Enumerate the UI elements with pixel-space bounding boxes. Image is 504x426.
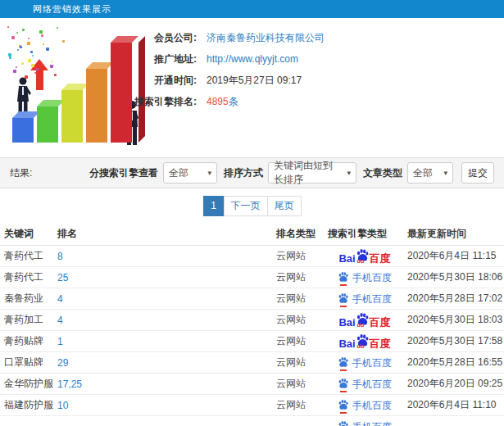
- engine-type-cell: Baidu百度: [328, 312, 402, 328]
- updated-time-cell: 2020年6月4日 11:15: [402, 249, 504, 263]
- mobile-baidu-paw-icon: [338, 399, 349, 412]
- baidu-logo-icon: Baidu百度: [338, 333, 390, 349]
- info-row-url: 推广地址: http://www.qlyyjt.com: [97, 52, 325, 66]
- rank-cell[interactable]: 10: [57, 400, 276, 411]
- header-updated: 最新更新时间: [402, 227, 504, 241]
- mobile-baidu-paw-icon: [338, 378, 349, 391]
- sort-filter-label: 排序方式: [224, 166, 263, 180]
- keyword-cell: 膏药贴牌: [0, 334, 57, 348]
- page-title: 网络营销效果展示: [33, 4, 111, 14]
- mobile-baidu-paw-icon: [338, 271, 349, 284]
- chart-bar: [61, 90, 89, 143]
- filter-controls: 分搜索引擎查看 全部 ▾ 排序方式 关键词由短到长排序 ▾ 文章类型 全部 ▾ …: [83, 162, 494, 184]
- confetti-dot: [8, 53, 11, 57]
- rank-count-suffix: 条: [229, 96, 238, 107]
- confetti-dot: [62, 40, 65, 43]
- table-row: 金华防护服17,25云网站手机百度2020年6月20日 09:25: [0, 374, 504, 395]
- rank-cell[interactable]: 4: [57, 315, 276, 326]
- confetti-dot: [34, 72, 36, 74]
- promo-url-label: 推广地址:: [97, 52, 197, 66]
- keyword-cell: 膏药代工: [0, 270, 57, 284]
- page-button-current[interactable]: 1: [203, 196, 225, 216]
- confetti-dot: [16, 66, 17, 68]
- account-summary-section: 会员公司: 济南秦鲁药业科技有限公司 推广地址: http://www.qlyy…: [0, 18, 504, 157]
- info-row-company: 会员公司: 济南秦鲁药业科技有限公司: [97, 31, 325, 44]
- keyword-cell: 膏药加工: [0, 313, 57, 327]
- header-rank-type: 排名类型: [276, 227, 328, 241]
- rank-type-cell: 云网站: [276, 377, 328, 391]
- confetti-dot: [11, 36, 15, 39]
- header-engine-type: 搜索引擎类型: [328, 227, 402, 241]
- confetti-dot: [17, 49, 19, 51]
- rank-count-value: 4895条: [207, 95, 238, 109]
- type-filter-value: 全部: [413, 166, 433, 180]
- table-row: 口罩贴牌29云网站手机百度2020年5月28日 16:55: [0, 352, 504, 374]
- rank-cell[interactable]: 4: [57, 293, 276, 305]
- engine-type-cell: 手机百度: [328, 399, 402, 412]
- rank-cell[interactable]: 1: [57, 336, 276, 347]
- table-row: 膏药代工8云网站Baidu百度2020年6月4日 11:15: [0, 246, 504, 267]
- updated-time-cell: 2020年5月30日 18:06: [402, 270, 504, 284]
- engine-type-cell: 手机百度: [328, 378, 402, 391]
- keyword-cell: 秦鲁药业: [0, 292, 57, 306]
- type-filter-label: 文章类型: [363, 166, 402, 180]
- window-titlebar: 网络营销效果展示: [0, 0, 504, 18]
- confetti-dot: [7, 26, 9, 28]
- chevron-down-icon: ▾: [443, 169, 447, 177]
- confetti-dot: [21, 62, 24, 65]
- rank-type-cell: 云网站: [276, 270, 328, 284]
- next-page-button[interactable]: 下一页: [224, 196, 268, 216]
- table-row: 手机百度: [0, 416, 504, 426]
- header-rank: 排名: [57, 227, 276, 241]
- confetti-dot: [9, 57, 11, 59]
- baidu-logo-icon: Baidu百度: [338, 312, 390, 328]
- pagination-section: 1 下一页 尾页: [0, 188, 504, 223]
- open-time-value: 2019年5月27日 09:17: [207, 74, 302, 88]
- mobile-baidu-logo: 手机百度: [338, 420, 392, 426]
- sort-filter-select[interactable]: 关键词由短到长排序 ▾: [268, 162, 356, 184]
- confetti-dot: [36, 68, 39, 70]
- engine-filter-select[interactable]: 全部 ▾: [163, 162, 217, 184]
- mobile-baidu-logo: 手机百度: [338, 292, 392, 306]
- sort-filter-value: 关键词由短到长排序: [274, 159, 342, 187]
- keyword-cell: 福建防护服: [0, 398, 57, 412]
- confetti-dot: [20, 46, 22, 48]
- confetti-dot: [41, 34, 43, 37]
- confetti-dot: [28, 38, 30, 39]
- engine-filter-value: 全部: [169, 166, 188, 180]
- confetti-dot: [43, 43, 44, 45]
- rank-type-cell: 云网站: [276, 313, 328, 327]
- rank-type-cell: 云网站: [276, 398, 328, 412]
- header-keyword: 关键词: [0, 227, 57, 241]
- keyword-ranking-table: 关键词 排名 排名类型 搜索引擎类型 最新更新时间 膏药代工8云网站Baidu百…: [0, 223, 504, 426]
- updated-time-cell: 2020年6月4日 11:10: [402, 398, 504, 412]
- last-page-button[interactable]: 尾页: [267, 196, 302, 216]
- info-row-open-time: 开通时间: 2019年5月27日 09:17: [97, 74, 325, 87]
- pagination: 1 下一页 尾页: [203, 196, 302, 216]
- filter-bar: 结果: 分搜索引擎查看 全部 ▾ 排序方式 关键词由短到长排序 ▾ 文章类型 全…: [0, 157, 504, 188]
- rank-cell[interactable]: 29: [57, 357, 276, 369]
- mobile-baidu-logo: 手机百度: [338, 356, 392, 369]
- table-row: 秦鲁药业4云网站手机百度2020年5月28日 17:02: [0, 288, 504, 310]
- engine-type-cell: 手机百度: [328, 420, 402, 426]
- confetti-dot: [39, 30, 43, 34]
- keyword-cell: 膏药代工: [0, 249, 57, 263]
- engine-type-cell: 手机百度: [328, 356, 402, 369]
- promo-url-link[interactable]: http://www.qlyyjt.com: [207, 53, 298, 65]
- confetti-dot: [27, 42, 30, 45]
- company-link[interactable]: 济南秦鲁药业科技有限公司: [207, 31, 325, 45]
- rank-cell[interactable]: 25: [57, 272, 276, 283]
- type-filter-select[interactable]: 全部 ▾: [407, 162, 453, 184]
- table-row: 膏药加工4云网站Baidu百度2020年5月30日 18:03: [0, 310, 504, 331]
- submit-button[interactable]: 提交: [461, 162, 494, 184]
- chart-bar: [37, 106, 65, 143]
- rank-cell[interactable]: 17,25: [57, 378, 276, 390]
- rank-type-cell: 云网站: [276, 249, 328, 263]
- updated-time-cell: 2020年6月20日 09:25: [402, 377, 504, 391]
- table-row: 膏药代工25云网站手机百度2020年5月30日 18:06: [0, 267, 504, 288]
- confetti-dot: [30, 51, 33, 53]
- rank-cell[interactable]: 8: [57, 251, 276, 262]
- open-time-label: 开通时间:: [97, 74, 197, 88]
- rank-type-cell: 云网站: [276, 292, 328, 306]
- mobile-baidu-paw-icon: [338, 420, 349, 426]
